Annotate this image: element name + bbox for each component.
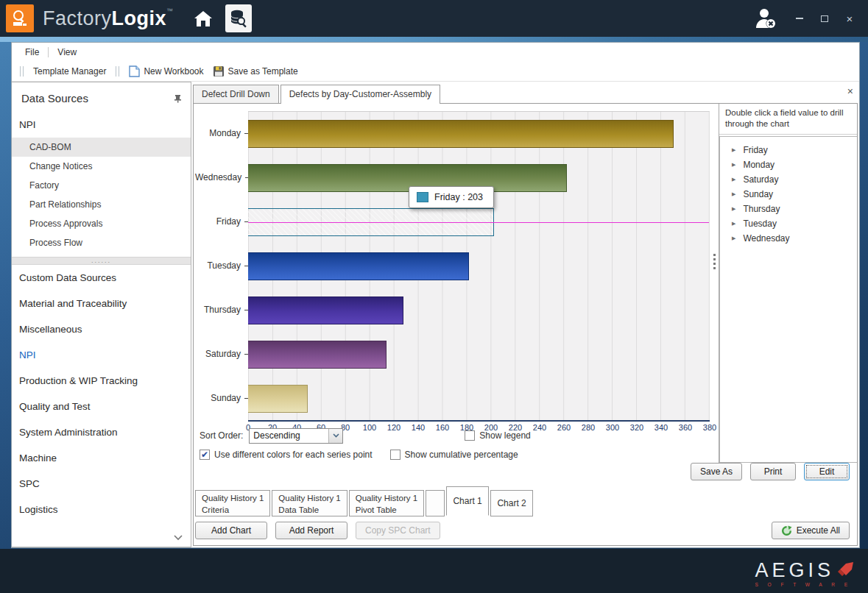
sidebar-category-custom-data-sources[interactable]: Custom Data Sources — [12, 265, 191, 291]
bar-tuesday[interactable] — [248, 252, 469, 280]
tab-blank[interactable] — [426, 490, 445, 516]
minimize-button[interactable] — [794, 13, 805, 24]
tooltip-swatch — [417, 192, 428, 202]
home-icon[interactable] — [193, 9, 214, 28]
pin-icon[interactable] — [174, 94, 182, 103]
sidebar-item-process-approvals[interactable]: Process Approvals — [12, 214, 191, 233]
drill-item-label: Saturday — [743, 174, 778, 185]
copy-spc-chart-button[interactable]: Copy SPC Chart — [356, 522, 440, 539]
menu-bar: FileView — [12, 43, 859, 62]
sidebar-category-logistics[interactable]: Logistics — [12, 497, 191, 522]
execute-all-button[interactable]: Execute All — [772, 522, 850, 539]
use-different-colors-checkbox[interactable]: ✔Use different colors for each series po… — [200, 450, 373, 460]
expand-arrow-icon[interactable]: ▶ — [732, 177, 735, 182]
drill-item-tuesday[interactable]: ▶Tuesday — [720, 216, 857, 231]
drill-item-thursday[interactable]: ▶Thursday — [720, 202, 857, 216]
y-axis-label-friday: Friday — [195, 199, 248, 244]
menu-item-view[interactable]: View — [50, 44, 84, 60]
bar-thursday[interactable] — [248, 296, 403, 324]
tab-line1: Quality History 1 — [278, 493, 340, 505]
user-logout-icon[interactable] — [753, 7, 778, 29]
title-bar: FactoryLogix™ — [0, 0, 868, 37]
expand-arrow-icon[interactable]: ▶ — [732, 206, 735, 212]
drill-item-saturday[interactable]: ▶Saturday — [720, 172, 857, 187]
sidebar-item-cad-bom[interactable]: CAD-BOM — [12, 138, 191, 157]
execute-all-label: Execute All — [797, 525, 840, 536]
sidebar-item-process-flow[interactable]: Process Flow — [12, 233, 191, 252]
sidebar-category-spc[interactable]: SPC — [12, 471, 191, 497]
chart-row-thursday — [248, 288, 709, 333]
toolbar: Template Manager New Workbook Save as Te… — [12, 62, 859, 82]
drill-item-sunday[interactable]: ▶Sunday — [720, 187, 857, 202]
sidebar-category-system-administration[interactable]: System Administration — [12, 419, 191, 445]
template-manager-button[interactable]: Template Manager — [29, 64, 110, 79]
save-as-button[interactable]: Save As — [691, 463, 742, 480]
new-workbook-button[interactable]: New Workbook — [124, 63, 208, 79]
crosshair-line — [248, 222, 709, 223]
dropdown-arrow-icon[interactable] — [328, 429, 342, 443]
tab-quality-history-1-pivot-table[interactable]: Quality History 1Pivot Table — [349, 490, 424, 516]
tab-defect-drill-down[interactable]: Defect Drill Down — [193, 85, 279, 103]
sidebar-category-npi[interactable]: NPI — [12, 342, 191, 368]
drill-item-label: Sunday — [743, 189, 773, 199]
sidebar-category-machine[interactable]: Machine — [12, 445, 191, 471]
close-button[interactable]: × — [844, 13, 855, 24]
panel-splitter[interactable] — [710, 104, 719, 463]
desktop: FactoryLogix™ — [0, 0, 868, 593]
sidebar-splitter[interactable]: ...... — [12, 257, 191, 265]
aegis-wordmark: AEGIS — [755, 561, 834, 580]
sidebar-category-miscellaneous[interactable]: Miscellaneous — [12, 316, 191, 342]
chart-row-tuesday — [248, 244, 709, 288]
add-report-button[interactable]: Add Report — [275, 522, 347, 539]
drill-item-monday[interactable]: ▶Monday — [720, 157, 857, 172]
data-sources-panel: Data Sources NPI CAD-BOMChange NoticesFa… — [12, 82, 191, 547]
show-cumulative-checkbox[interactable]: Show cumulative percentage — [390, 450, 518, 460]
expand-arrow-icon[interactable]: ▶ — [732, 235, 735, 241]
accent-strip — [0, 37, 868, 42]
menu-item-file[interactable]: File — [18, 44, 46, 60]
expand-arrow-icon[interactable]: ▶ — [732, 221, 735, 227]
add-chart-button[interactable]: Add Chart — [195, 522, 267, 539]
expand-arrow-icon[interactable]: ▶ — [732, 191, 735, 197]
chevron-down-icon[interactable] — [173, 534, 183, 541]
tab-quality-history-1-data-table[interactable]: Quality History 1Data Table — [272, 490, 347, 516]
tab-chart-2[interactable]: Chart 2 — [490, 490, 533, 516]
show-legend-checkbox[interactable]: Show legend — [465, 430, 530, 441]
toolbar-grip[interactable] — [20, 66, 24, 77]
edit-button[interactable]: Edit — [804, 463, 850, 480]
bar-sunday[interactable] — [248, 385, 308, 413]
sidebar-category-quality-and-test[interactable]: Quality and Test — [12, 394, 191, 419]
tab-line2: Criteria — [202, 505, 264, 516]
sidebar-item-part-relationships[interactable]: Part Relationships — [12, 195, 191, 214]
y-axis-label-saturday: Saturday — [195, 332, 248, 376]
expand-arrow-icon[interactable]: ▶ — [732, 162, 735, 168]
sort-order-label: Sort Order: — [200, 430, 243, 441]
sidebar-item-factory[interactable]: Factory — [12, 176, 191, 195]
drill-through-panel: Double click a field value to drill thro… — [719, 104, 857, 463]
chart-plot-area[interactable]: Friday : 203 — [248, 111, 710, 420]
aegis-software-label: S O F T W A R E — [755, 582, 855, 587]
maximize-button[interactable] — [819, 13, 830, 24]
drill-item-wednesday[interactable]: ▶Wednesday — [720, 231, 857, 246]
close-tab-icon[interactable]: × — [847, 86, 853, 96]
tab-chart-1[interactable]: Chart 1 — [446, 486, 489, 516]
bar-saturday[interactable] — [248, 341, 387, 369]
tab-quality-history-1-criteria[interactable]: Quality History 1Criteria — [195, 490, 270, 516]
print-button[interactable]: Print — [750, 463, 796, 480]
sort-order-select[interactable]: Descending — [249, 428, 343, 444]
sidebar-category-production-wip-tracking[interactable]: Production & WIP Tracking — [12, 368, 191, 394]
database-search-icon[interactable] — [225, 4, 252, 32]
drill-item-label: Thursday — [743, 204, 780, 214]
drill-item-friday[interactable]: ▶Friday — [720, 143, 857, 157]
expand-arrow-icon[interactable]: ▶ — [732, 147, 735, 153]
save-as-template-button[interactable]: Save as Template — [208, 63, 303, 79]
tab-defects-by-day-customer-assembly[interactable]: Defects by Day-Customer-Assembly — [280, 85, 440, 104]
toolbar-grip[interactable] — [116, 66, 119, 77]
menu-separator — [48, 47, 49, 57]
sidebar-category-material-and-traceability[interactable]: Material and Traceability — [12, 291, 191, 316]
factorylogix-logo-icon — [6, 4, 34, 32]
bar-monday[interactable] — [248, 120, 674, 148]
sidebar-item-change-notices[interactable]: Change Notices — [12, 157, 191, 176]
bar-wednesday[interactable] — [248, 164, 567, 192]
npi-section-label: NPI — [12, 113, 191, 138]
